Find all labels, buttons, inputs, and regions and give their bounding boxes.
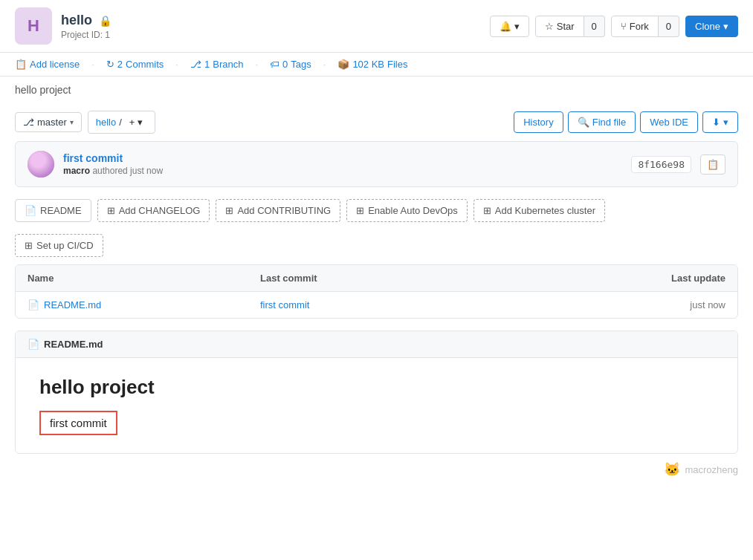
project-description: hello project <box>0 76 753 103</box>
chevron-down-icon: ▾ <box>138 117 143 128</box>
chevron-down-icon: ▾ <box>723 117 728 128</box>
bell-icon: 🔔 <box>500 21 511 32</box>
fork-count[interactable]: 0 <box>659 16 679 37</box>
file-icon: 📄 <box>28 299 39 310</box>
project-avatar: H <box>15 7 52 45</box>
branches-link[interactable]: ⎇ 1 Branch <box>190 59 243 70</box>
plus-icon: ⊞ <box>107 205 115 216</box>
notification-button[interactable]: 🔔 ▾ <box>490 16 529 37</box>
license-icon: 📋 <box>15 59 27 70</box>
lock-icon: 🔒 <box>99 15 112 27</box>
project-id: Project ID: 1 <box>61 30 490 40</box>
quick-actions: 📄 README ⊞ Add CHANGELOG ⊞ Add CONTRIBUT… <box>0 187 753 234</box>
setup-cicd-button[interactable]: ⊞ Set up CI/CD <box>15 234 103 257</box>
file-table: Name Last commit Last update 📄 README.md… <box>15 264 738 319</box>
col-last-commit: Last commit <box>260 273 493 284</box>
path-link[interactable]: hello <box>96 117 116 128</box>
branch-icon: ⎇ <box>23 117 34 128</box>
add-kubernetes-button[interactable]: ⊞ Add Kubernetes cluster <box>474 199 605 222</box>
add-license-link[interactable]: 📋 Add license <box>15 59 80 70</box>
plus-icon: + <box>129 117 135 128</box>
chevron-down-icon: ▾ <box>70 118 74 126</box>
file-icon: 📄 <box>28 339 39 350</box>
commit-hash[interactable]: 8f166e98 <box>631 156 691 173</box>
commit-meta: macro authored just now <box>63 166 622 176</box>
separator: · <box>175 59 178 70</box>
clone-button[interactable]: Clone ▾ <box>685 16 738 37</box>
table-row: 📄 README.md first commit just now <box>16 292 737 318</box>
separator: · <box>323 59 326 70</box>
readme-content: hello project first commit <box>16 358 737 453</box>
add-changelog-button[interactable]: ⊞ Add CHANGELOG <box>97 199 210 222</box>
file-icon: 📄 <box>25 205 36 216</box>
branch-icon: ⎇ <box>190 59 201 70</box>
commit-details: first commit macro authored just now <box>63 152 622 176</box>
file-table-header: Name Last commit Last update <box>16 265 737 292</box>
download-icon: ⬇ <box>712 117 720 128</box>
repo-toolbar: ⎇ master ▾ hello / + ▾ History 🔍 Find fi… <box>0 103 753 141</box>
commits-link[interactable]: ↻ 2 Commits <box>106 59 164 70</box>
plus-icon: ⊞ <box>225 205 233 216</box>
chevron-down-icon: ▾ <box>723 21 728 32</box>
fork-group: ⑂ Fork 0 <box>611 16 679 37</box>
files-icon: 📦 <box>337 59 349 70</box>
star-count[interactable]: 0 <box>584 16 605 37</box>
commit-message-link[interactable]: first commit <box>63 152 123 164</box>
readme-button[interactable]: 📄 README <box>15 199 91 222</box>
file-link[interactable]: 📄 README.md <box>28 299 260 310</box>
col-last-update: Last update <box>493 273 725 284</box>
add-path-button[interactable]: + ▾ <box>125 115 148 129</box>
tags-link[interactable]: 🏷 0 Tags <box>270 59 311 70</box>
readme-highlighted-text: first commit <box>39 411 117 435</box>
history-button[interactable]: History <box>514 111 563 133</box>
project-info: hello 🔒 Project ID: 1 <box>61 13 490 40</box>
tag-icon: 🏷 <box>270 59 279 70</box>
enable-auto-devops-button[interactable]: ⊞ Enable Auto DevOps <box>346 199 468 222</box>
watermark-icon: 🐱 <box>664 461 680 478</box>
copy-hash-button[interactable]: 📋 <box>700 154 725 175</box>
file-last-update: just now <box>493 299 725 310</box>
cicd-action-row: ⊞ Set up CI/CD <box>0 234 753 264</box>
file-last-commit[interactable]: first commit <box>260 299 493 310</box>
web-ide-button[interactable]: Web IDE <box>640 111 698 133</box>
star-icon: ☆ <box>545 21 554 32</box>
search-icon: 🔍 <box>578 117 589 128</box>
files-link[interactable]: 📦 102 KB Files <box>337 59 407 70</box>
project-name: hello 🔒 <box>61 13 490 28</box>
plus-icon: ⊞ <box>25 240 33 251</box>
star-button[interactable]: ☆ Star <box>535 16 584 37</box>
sub-nav: 📋 Add license · ↻ 2 Commits · ⎇ 1 Branch… <box>0 53 753 76</box>
avatar-image <box>28 151 54 178</box>
plus-icon: ⊞ <box>356 205 364 216</box>
toolbar-right: History 🔍 Find file Web IDE ⬇ ▾ <box>514 111 738 133</box>
fork-button[interactable]: ⑂ Fork <box>611 16 659 37</box>
readme-section: 📄 README.md hello project first commit <box>15 331 738 454</box>
commit-message[interactable]: first commit <box>63 152 622 164</box>
separator: · <box>91 59 94 70</box>
readme-title: hello project <box>39 376 714 399</box>
top-actions: 🔔 ▾ ☆ Star 0 ⑂ Fork 0 Clone ▾ <box>490 16 738 37</box>
top-bar: H hello 🔒 Project ID: 1 🔔 ▾ ☆ Star 0 ⑂ F… <box>0 0 753 53</box>
more-options-button[interactable]: ⬇ ▾ <box>702 111 738 133</box>
star-group: ☆ Star 0 <box>535 16 605 37</box>
path-nav: hello / + ▾ <box>88 111 156 134</box>
chevron-down-icon: ▾ <box>514 21 520 32</box>
find-file-button[interactable]: 🔍 Find file <box>568 111 636 133</box>
add-contributing-button[interactable]: ⊞ Add CONTRIBUTING <box>216 199 340 222</box>
plus-icon: ⊞ <box>483 205 491 216</box>
commit-bar: first commit macro authored just now 8f1… <box>15 141 738 187</box>
branch-selector[interactable]: ⎇ master ▾ <box>15 112 82 132</box>
fork-icon: ⑂ <box>621 21 627 32</box>
readme-header: 📄 README.md <box>16 331 737 358</box>
commit-avatar <box>28 151 54 178</box>
col-name: Name <box>28 273 260 284</box>
watermark: 🐱 macrozheng <box>0 454 753 481</box>
separator: · <box>255 59 258 70</box>
copy-icon: 📋 <box>707 159 719 170</box>
commit-author: macro <box>63 166 90 176</box>
commits-icon: ↻ <box>106 59 114 70</box>
